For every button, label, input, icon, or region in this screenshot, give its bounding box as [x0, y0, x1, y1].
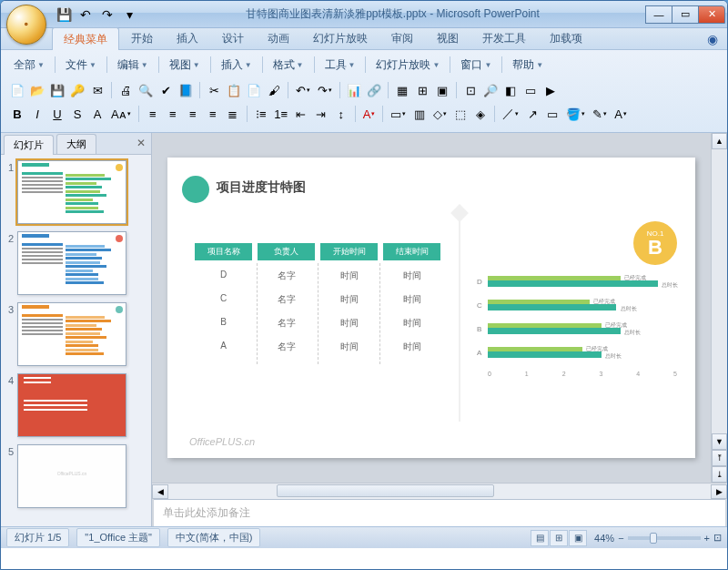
indent-inc-icon[interactable]: ⇥	[312, 105, 330, 123]
next-slide-icon[interactable]: ⤓	[712, 466, 727, 483]
slide-thumbnail[interactable]: OfficePLUS.cn	[17, 444, 126, 508]
menu-all[interactable]: 全部▼	[8, 56, 50, 75]
redo-icon[interactable]: ↷▾	[315, 81, 335, 99]
copy-icon[interactable]: 📋	[225, 81, 243, 99]
bold-icon[interactable]: B	[8, 105, 26, 123]
menu-file[interactable]: 文件▼	[60, 56, 102, 75]
minimize-button[interactable]: —	[645, 5, 672, 24]
save-icon[interactable]: 💾	[48, 81, 66, 99]
linespace-icon[interactable]: ↕	[332, 105, 350, 123]
zoom-in-icon[interactable]: +	[704, 533, 710, 544]
spellcheck-icon[interactable]: ✔	[157, 81, 175, 99]
tab-review[interactable]: 审阅	[379, 26, 425, 49]
textcolor-icon[interactable]: A▾	[612, 105, 630, 123]
open-icon[interactable]: 📂	[28, 81, 46, 99]
align-left-icon[interactable]: ≡	[144, 105, 162, 123]
menu-tools[interactable]: 工具▼	[319, 56, 361, 75]
zoom-slider[interactable]	[628, 536, 701, 540]
object-icon[interactable]: ▣	[433, 81, 451, 99]
hyperlink-icon[interactable]: 🔗	[365, 81, 383, 99]
fontcolor-icon[interactable]: A▾	[360, 105, 379, 123]
shapes-icon[interactable]: ◇▾	[430, 105, 450, 123]
zoom-icon[interactable]: 🔎	[481, 81, 500, 99]
qat-redo[interactable]: ↷	[97, 5, 117, 25]
quickstyle-icon[interactable]: ◈	[471, 105, 490, 123]
menu-window[interactable]: 窗口▼	[455, 56, 497, 75]
slide-thumbnail[interactable]	[17, 302, 126, 366]
shadow-icon[interactable]: A	[88, 105, 106, 123]
tab-design[interactable]: 设计	[210, 26, 256, 49]
menu-slideshow[interactable]: 幻灯片放映▼	[370, 56, 445, 75]
fillcolor-icon[interactable]: 🪣▾	[563, 105, 588, 123]
qat-save[interactable]: 💾	[54, 5, 74, 25]
preview-icon[interactable]: 🔍	[136, 81, 155, 99]
panel-tab-slides[interactable]: 幻灯片	[4, 135, 54, 155]
email-icon[interactable]: ✉	[88, 81, 106, 99]
indent-dec-icon[interactable]: ⇤	[292, 105, 310, 123]
tab-classic-menu[interactable]: 经典菜单	[52, 27, 119, 50]
qat-undo[interactable]: ↶	[76, 5, 96, 25]
tab-animations[interactable]: 动画	[256, 26, 301, 49]
slide-thumbnail[interactable]	[17, 231, 126, 295]
tab-insert[interactable]: 插入	[165, 26, 210, 49]
scroll-down-icon[interactable]: ▼	[712, 433, 727, 450]
zoom-control[interactable]: 44% − + ⊡	[594, 532, 722, 544]
print-icon[interactable]: 🖨	[116, 81, 135, 99]
help-icon[interactable]: ◉	[707, 32, 718, 46]
table-icon[interactable]: ▦	[393, 81, 411, 99]
tab-slideshow[interactable]: 幻灯片放映	[301, 26, 379, 49]
view-slideshow-icon[interactable]: ▣	[569, 530, 587, 546]
prev-slide-icon[interactable]: ⤒	[712, 450, 727, 466]
status-language[interactable]: 中文(简体，中国)	[167, 528, 260, 547]
format-painter-icon[interactable]: 🖌	[265, 81, 283, 99]
scroll-right-icon[interactable]: ▶	[711, 484, 727, 499]
layout-icon[interactable]: ▥	[410, 105, 429, 123]
linecolor-icon[interactable]: ✎▾	[590, 105, 610, 123]
maximize-button[interactable]: ▭	[672, 5, 699, 24]
vertical-scrollbar[interactable]: ▲ ▼ ⤒ ⤓	[711, 133, 727, 483]
window-icon[interactable]: ▭	[521, 81, 540, 99]
zoom-fit-icon[interactable]: ⊡	[713, 532, 722, 544]
scroll-up-icon[interactable]: ▲	[712, 133, 727, 149]
horizontal-scrollbar[interactable]: ◀ ▶	[152, 483, 727, 499]
fontsize-icon[interactable]: Aᴀ▾	[108, 105, 134, 123]
slide-canvas[interactable]: 项目进度甘特图 NO.1 B 项目名称负责人开始时间结束时间 D名字时间时间C名…	[167, 158, 695, 458]
strike-icon[interactable]: S	[68, 105, 86, 123]
office-button[interactable]: ⚬	[6, 5, 46, 45]
menu-view[interactable]: 视图▼	[164, 56, 206, 75]
color-icon[interactable]: ◧	[501, 81, 520, 99]
menu-insert[interactable]: 插入▼	[216, 56, 258, 75]
view-normal-icon[interactable]: ▤	[531, 530, 549, 546]
slide-thumbnail[interactable]	[17, 373, 126, 437]
menu-edit[interactable]: 编辑▼	[112, 56, 154, 75]
permission-icon[interactable]: 🔑	[68, 81, 86, 99]
qat-customize[interactable]: ▾	[119, 5, 139, 25]
align-center-icon[interactable]: ≡	[164, 105, 182, 123]
panel-close-icon[interactable]: ✕	[136, 137, 146, 149]
tab-view[interactable]: 视图	[425, 26, 470, 49]
grid-icon[interactable]: ⊡	[461, 81, 480, 99]
tab-addins[interactable]: 加载项	[538, 26, 594, 49]
align-justify-icon[interactable]: ≡	[204, 105, 222, 123]
arrange-icon[interactable]: ⬚	[451, 105, 470, 123]
underline-icon[interactable]: U	[48, 105, 66, 123]
distribute-icon[interactable]: ≣	[224, 105, 242, 123]
bullets-icon[interactable]: ⁝≡	[252, 105, 270, 123]
undo-icon[interactable]: ↶▾	[293, 81, 313, 99]
notes-pane[interactable]: 单击此处添加备注	[154, 499, 725, 526]
slide-thumbnail[interactable]	[17, 160, 126, 224]
research-icon[interactable]: 📘	[177, 81, 195, 99]
cut-icon[interactable]: ✂	[205, 81, 223, 99]
numbering-icon[interactable]: 1≡	[272, 105, 290, 123]
close-button[interactable]: ✕	[698, 5, 725, 24]
paste-icon[interactable]: 📄	[245, 81, 263, 99]
panel-tab-outline[interactable]: 大纲	[56, 134, 96, 154]
scroll-left-icon[interactable]: ◀	[152, 484, 168, 499]
arrow-icon[interactable]: ↗	[523, 105, 541, 123]
menu-help[interactable]: 帮助▼	[507, 56, 549, 75]
new-icon[interactable]: 📄	[8, 81, 26, 99]
view-sorter-icon[interactable]: ⊞	[550, 530, 568, 546]
macro-icon[interactable]: ▶	[541, 81, 560, 99]
zoom-out-icon[interactable]: −	[618, 533, 623, 544]
tab-home[interactable]: 开始	[119, 26, 165, 49]
